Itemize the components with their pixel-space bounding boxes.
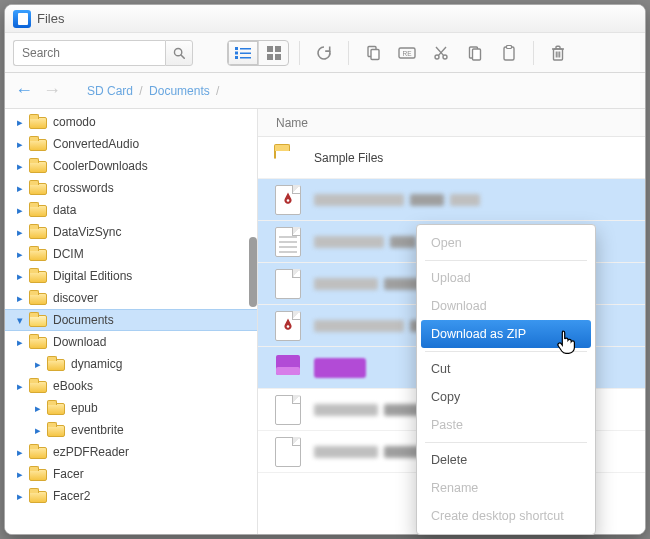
- tree-toggle-icon[interactable]: ▸: [15, 490, 25, 503]
- file-name: Sample Files: [314, 151, 383, 165]
- svg-rect-13: [371, 49, 379, 59]
- menu-item-copy[interactable]: Copy: [417, 383, 595, 411]
- sidebar-item-documents[interactable]: ▾Documents: [5, 309, 257, 331]
- menu-item-open: Open: [417, 229, 595, 257]
- sidebar-item-ezpdfreader[interactable]: ▸ezPDFReader: [5, 441, 257, 463]
- tree-toggle-icon[interactable]: ▸: [15, 182, 25, 195]
- name-column-header[interactable]: Name: [258, 109, 645, 137]
- svg-rect-6: [235, 56, 238, 59]
- sidebar-item-epub[interactable]: ▸epub: [5, 397, 257, 419]
- refresh-icon: [316, 45, 332, 61]
- scissors-icon: [433, 45, 449, 61]
- menu-item-cut[interactable]: Cut: [417, 355, 595, 383]
- tree-toggle-icon[interactable]: ▸: [15, 446, 25, 459]
- sidebar-item-coolerdownloads[interactable]: ▸CoolerDownloads: [5, 155, 257, 177]
- folder-icon: [29, 379, 47, 393]
- view-grid-button[interactable]: [258, 41, 288, 65]
- app-icon: [13, 10, 31, 28]
- sidebar-item-label: Facer: [53, 467, 84, 481]
- refresh-button[interactable]: [310, 40, 338, 66]
- sidebar-item-label: Documents: [53, 313, 114, 327]
- list-icon: [235, 47, 251, 59]
- tree-toggle-icon[interactable]: ▸: [15, 138, 25, 151]
- copy-button[interactable]: [359, 40, 387, 66]
- menu-item-rename: Rename: [417, 474, 595, 502]
- folder-icon: [29, 269, 47, 283]
- pdf-file-icon: [274, 184, 302, 216]
- sidebar-item-ebooks[interactable]: ▸eBooks: [5, 375, 257, 397]
- sidebar-item-label: comodo: [53, 115, 96, 129]
- sidebar-item-comodo[interactable]: ▸comodo: [5, 111, 257, 133]
- sidebar-item-label: Digital Editions: [53, 269, 132, 283]
- tree-toggle-icon[interactable]: ▸: [15, 270, 25, 283]
- svg-point-23: [287, 199, 290, 202]
- sidebar-item-discover[interactable]: ▸discover: [5, 287, 257, 309]
- folder-icon: [29, 159, 47, 173]
- tree-toggle-icon[interactable]: ▸: [15, 292, 25, 305]
- tree-toggle-icon[interactable]: ▸: [15, 116, 25, 129]
- svg-rect-21: [507, 45, 512, 48]
- paste-files-button[interactable]: [461, 40, 489, 66]
- file-row[interactable]: Sample Files: [258, 137, 645, 179]
- sidebar-item-digital-editions[interactable]: ▸Digital Editions: [5, 265, 257, 287]
- sidebar-item-dcim[interactable]: ▸DCIM: [5, 243, 257, 265]
- tree-toggle-icon[interactable]: ▸: [15, 248, 25, 261]
- sidebar-item-datavizsync[interactable]: ▸DataVizSync: [5, 221, 257, 243]
- tree-toggle-icon[interactable]: ▸: [15, 226, 25, 239]
- sidebar-item-crosswords[interactable]: ▸crosswords: [5, 177, 257, 199]
- breadcrumb-seg-0[interactable]: SD Card: [87, 84, 133, 98]
- sidebar-item-label: Download: [53, 335, 106, 349]
- svg-rect-3: [240, 48, 251, 50]
- tree-toggle-icon[interactable]: ▸: [15, 380, 25, 393]
- sidebar[interactable]: ▸comodo▸ConvertedAudio▸CoolerDownloads▸c…: [5, 109, 258, 534]
- menu-item-create-desktop-shortcut: Create desktop shortcut: [417, 502, 595, 530]
- back-button[interactable]: ←: [15, 80, 33, 101]
- sidebar-item-label: crosswords: [53, 181, 114, 195]
- tree-toggle-icon[interactable]: ▸: [33, 402, 43, 415]
- file-name-redacted: [314, 358, 366, 378]
- view-list-button[interactable]: [228, 41, 258, 65]
- tree-toggle-icon[interactable]: ▸: [15, 160, 25, 173]
- nav-bar: ← → SD Card / Documents /: [5, 73, 645, 109]
- copy-icon: [365, 45, 381, 61]
- tree-toggle-icon[interactable]: ▸: [15, 336, 25, 349]
- delete-button[interactable]: [544, 40, 572, 66]
- cut-button[interactable]: [427, 40, 455, 66]
- folder-icon: [29, 225, 47, 239]
- svg-rect-26: [276, 367, 300, 375]
- file-row[interactable]: [258, 179, 645, 221]
- rename-button[interactable]: RE: [393, 40, 421, 66]
- search-button[interactable]: [165, 40, 193, 66]
- sidebar-item-dynamicg[interactable]: ▸dynamicg: [5, 353, 257, 375]
- sidebar-item-download[interactable]: ▸Download: [5, 331, 257, 353]
- sidebar-item-data[interactable]: ▸data: [5, 199, 257, 221]
- menu-item-download-as-zip[interactable]: Download as ZIP: [421, 320, 591, 348]
- tree-toggle-icon[interactable]: ▸: [33, 358, 43, 371]
- folder-icon: [29, 203, 47, 217]
- tree-toggle-icon[interactable]: ▾: [15, 314, 25, 327]
- tree-toggle-icon[interactable]: ▸: [15, 204, 25, 217]
- svg-rect-5: [240, 52, 251, 54]
- sidebar-item-convertedaudio[interactable]: ▸ConvertedAudio: [5, 133, 257, 155]
- sidebar-item-label: CoolerDownloads: [53, 159, 148, 173]
- pdf-file-icon: [274, 310, 302, 342]
- tree-toggle-icon[interactable]: ▸: [15, 468, 25, 481]
- sidebar-item-eventbrite[interactable]: ▸eventbrite: [5, 419, 257, 441]
- folder-icon: [47, 423, 65, 437]
- menu-separator: [425, 442, 587, 443]
- sidebar-item-label: eBooks: [53, 379, 93, 393]
- folder-icon: [29, 313, 47, 327]
- forward-button[interactable]: →: [43, 80, 61, 101]
- sidebar-item-facer[interactable]: ▸Facer: [5, 463, 257, 485]
- search-input[interactable]: [13, 40, 165, 66]
- sidebar-item-facer2[interactable]: ▸Facer2: [5, 485, 257, 507]
- breadcrumb-seg-1[interactable]: Documents: [149, 84, 210, 98]
- context-menu[interactable]: OpenUploadDownloadDownload as ZIPCutCopy…: [416, 224, 596, 535]
- svg-rect-4: [235, 51, 238, 54]
- bc-sep: /: [136, 84, 145, 98]
- scrollbar-thumb[interactable]: [249, 237, 257, 307]
- menu-item-delete[interactable]: Delete: [417, 446, 595, 474]
- paste-button[interactable]: [495, 40, 523, 66]
- tree-toggle-icon[interactable]: ▸: [33, 424, 43, 437]
- folder-icon: [29, 137, 47, 151]
